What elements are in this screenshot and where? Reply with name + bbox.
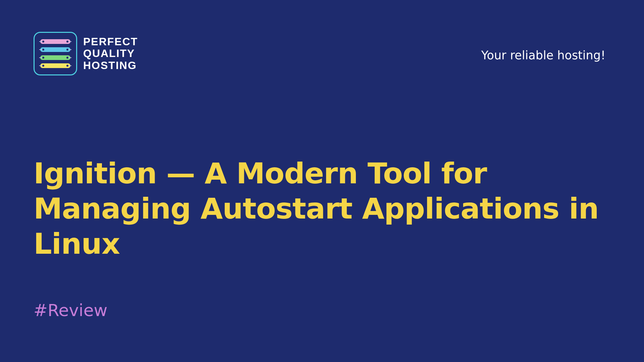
server-rack-icon: [40, 55, 70, 60]
page-title: Ignition — A Modern Tool for Managing Au…: [34, 156, 610, 261]
hashtag-label: #Review: [34, 301, 107, 320]
logo-section: PERFECT QUALITY HOSTING: [34, 32, 138, 75]
logo-text-line3: HOSTING: [83, 60, 138, 71]
server-rack-icon: [40, 47, 70, 52]
tagline: Your reliable hosting!: [481, 49, 605, 62]
server-rack-icon: [40, 39, 70, 44]
logo-icon: [34, 32, 77, 75]
logo-text-line2: QUALITY: [83, 48, 138, 59]
logo-text-line1: PERFECT: [83, 36, 138, 48]
logo-text: PERFECT QUALITY HOSTING: [83, 36, 138, 71]
server-rack-icon: [40, 63, 70, 68]
